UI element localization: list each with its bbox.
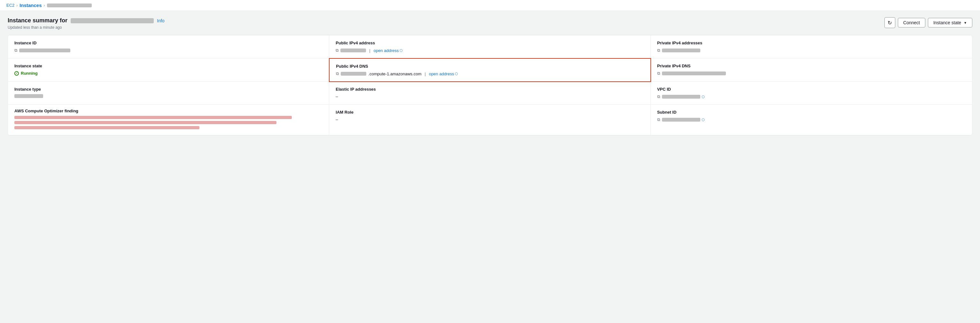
vpc-external-icon: ⬡ <box>702 95 705 99</box>
instance-header: Instance summary for Info Updated less t… <box>8 17 972 30</box>
iam-role-dash: – <box>336 117 338 122</box>
updated-text: Updated less than a minute ago <box>8 25 164 30</box>
dns-suffix: .compute-1.amazonaws.com <box>368 71 421 76</box>
instance-state-cell: Instance state Running <box>8 59 329 82</box>
public-ipv4-dns-copy-icon[interactable]: ⧉ <box>336 71 339 76</box>
instance-id-label: Instance ID <box>14 41 323 45</box>
elastic-ip-value: – <box>336 94 644 99</box>
dropdown-arrow-icon: ▼ <box>964 21 967 25</box>
external-link-icon-1: ⬡ <box>399 49 403 53</box>
breadcrumb-current <box>47 3 92 7</box>
instance-title-block: Instance summary for Info Updated less t… <box>8 17 164 30</box>
public-ipv4-dns-label: Public IPv4 DNS <box>336 64 644 69</box>
instance-state-button[interactable]: Instance state ▼ <box>928 18 972 27</box>
private-ipv4-dns-label: Private IPv4 DNS <box>657 63 966 68</box>
public-ipv4-redacted <box>340 49 366 52</box>
separator-1: | <box>369 48 370 53</box>
private-ipv4-redacted <box>662 49 700 52</box>
running-status-icon <box>14 71 19 76</box>
private-ipv4-value: ⧉ <box>657 48 966 53</box>
instance-id-redacted <box>71 18 154 23</box>
instance-state-label: Instance state <box>933 20 961 25</box>
public-ipv4-dns-redacted <box>341 72 366 76</box>
subnet-copy-icon[interactable]: ⧉ <box>657 117 660 122</box>
breadcrumb-sep-2: › <box>44 3 45 8</box>
instance-type-redacted <box>14 94 43 98</box>
header-buttons: ↻ Connect Instance state ▼ <box>885 17 972 28</box>
optimizer-cell: AWS Compute Optimizer finding <box>8 104 329 135</box>
breadcrumb-sep-1: › <box>16 3 18 8</box>
main-content: Instance summary for Info Updated less t… <box>0 11 980 142</box>
instance-type-cell: Instance type <box>8 82 329 104</box>
separator-2: | <box>425 71 426 76</box>
vpc-copy-icon[interactable]: ⧉ <box>657 94 660 99</box>
elastic-ip-label: Elastic IP addresses <box>336 87 644 92</box>
private-ipv4-label: Private IPv4 addresses <box>657 41 966 45</box>
private-ipv4-cell: Private IPv4 addresses ⧉ <box>651 35 972 59</box>
instance-type-value <box>14 94 323 98</box>
vpc-id-redacted <box>662 95 700 99</box>
subnet-id-link[interactable]: ⬡ <box>662 118 705 122</box>
refresh-button[interactable]: ↻ <box>885 17 895 28</box>
optimizer-label: AWS Compute Optimizer finding <box>14 109 323 113</box>
dns-open-address-text: open address <box>429 71 454 76</box>
optimizer-line-3 <box>14 126 199 129</box>
running-text: Running <box>21 71 38 76</box>
private-ipv4-dns-value: ⧉ <box>657 71 966 76</box>
iam-role-label: IAM Role <box>336 110 644 115</box>
public-ipv4-dns-open-address[interactable]: open address ⬡ <box>429 71 458 76</box>
optimizer-line-2 <box>14 121 277 124</box>
private-ipv4-dns-cell: Private IPv4 DNS ⧉ <box>651 59 972 82</box>
public-ipv4-label: Public IPv4 address <box>336 41 644 45</box>
elastic-ip-dash: – <box>336 94 338 99</box>
vpc-id-cell: VPC ID ⧉ ⬡ <box>651 82 972 104</box>
private-ipv4-dns-redacted <box>662 71 726 75</box>
iam-role-value: – <box>336 117 644 122</box>
info-link[interactable]: Info <box>157 18 164 23</box>
connect-button[interactable]: Connect <box>898 18 925 27</box>
breadcrumb-ec2[interactable]: EC2 <box>6 3 14 8</box>
public-ipv4-value: ⧉ | open address ⬡ <box>336 48 644 53</box>
instance-title: Instance summary for Info <box>8 17 164 24</box>
instance-type-label: Instance type <box>14 87 323 92</box>
subnet-id-label: Subnet ID <box>657 110 966 115</box>
status-running: Running <box>14 71 38 76</box>
iam-role-cell: IAM Role – <box>329 104 651 135</box>
elastic-ip-cell: Elastic IP addresses – <box>329 82 651 104</box>
public-ipv4-dns-cell: Public IPv4 DNS ⧉ .compute-1.amazonaws.c… <box>329 58 651 82</box>
instance-state-cell-label: Instance state <box>14 63 323 68</box>
refresh-icon: ↻ <box>888 20 892 26</box>
public-ipv4-open-address[interactable]: open address ⬡ <box>374 48 403 53</box>
title-prefix: Instance summary for <box>8 17 67 24</box>
optimizer-lines <box>14 116 323 129</box>
subnet-id-cell: Subnet ID ⧉ ⬡ <box>651 104 972 135</box>
breadcrumb-bar: EC2 › Instances › <box>0 0 980 11</box>
instance-id-redacted-val <box>19 49 70 52</box>
optimizer-line-1 <box>14 116 292 119</box>
instance-id-value: ⧉ <box>14 48 323 53</box>
vpc-id-link[interactable]: ⬡ <box>662 95 705 99</box>
external-link-icon-2: ⬡ <box>455 72 458 76</box>
instance-id-cell: Instance ID ⧉ <box>8 35 329 59</box>
instance-id-copy-icon[interactable]: ⧉ <box>14 48 17 53</box>
summary-grid: Instance ID ⧉ Public IPv4 address ⧉ | op… <box>8 35 972 135</box>
subnet-id-redacted <box>662 118 700 122</box>
breadcrumb-instances[interactable]: Instances <box>19 3 41 8</box>
vpc-id-label: VPC ID <box>657 87 966 92</box>
subnet-external-icon: ⬡ <box>702 118 705 122</box>
vpc-id-value: ⧉ ⬡ <box>657 94 966 99</box>
summary-card: Instance ID ⧉ Public IPv4 address ⧉ | op… <box>8 35 972 136</box>
subnet-id-value: ⧉ ⬡ <box>657 117 966 122</box>
public-ipv4-dns-value: ⧉ .compute-1.amazonaws.com | open addres… <box>336 71 644 76</box>
instance-state-cell-value: Running <box>14 71 323 76</box>
private-ipv4-copy-icon[interactable]: ⧉ <box>657 48 660 53</box>
private-ipv4-dns-copy-icon[interactable]: ⧉ <box>657 71 660 76</box>
public-ipv4-cell: Public IPv4 address ⧉ | open address ⬡ <box>329 35 651 59</box>
public-ipv4-copy-icon[interactable]: ⧉ <box>336 48 339 53</box>
open-address-text: open address <box>374 48 399 53</box>
